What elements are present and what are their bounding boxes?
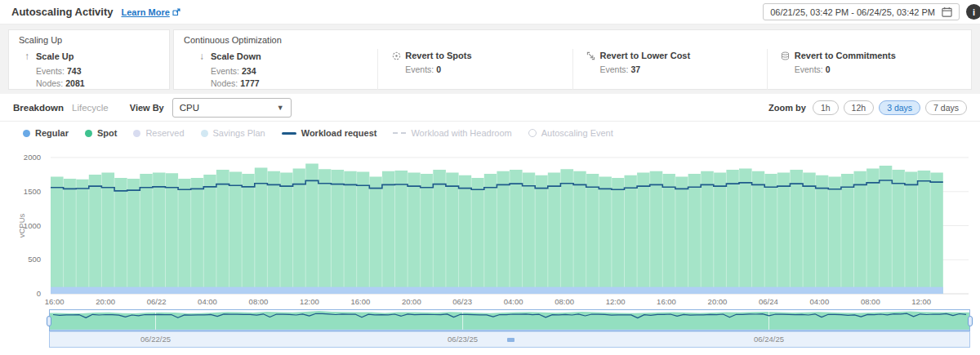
navigator-date-label: 06/22/25	[140, 335, 171, 344]
main-chart-svg[interactable]: 0500100015002000vCPUs16:0020:0006/2204:0…	[0, 148, 980, 308]
svg-text:0: 0	[37, 289, 41, 298]
svg-text:04:00: 04:00	[809, 297, 829, 306]
stat-item-header: Revert to Lower Cost	[586, 51, 767, 60]
legend-swatch	[393, 132, 406, 134]
brush-handle-left[interactable]	[47, 316, 51, 326]
legend-label: Workload request	[301, 128, 377, 138]
legend-swatch	[23, 130, 30, 137]
stats-group-title: Continuous Optimization	[184, 35, 961, 49]
zoom-option-3-days[interactable]: 3 days	[879, 100, 920, 115]
stat-metric: Events:0	[795, 64, 961, 76]
stat-item-header: Revert to Commitments	[781, 51, 961, 60]
stat-item-name: Scale Up	[36, 51, 74, 61]
svg-text:04:00: 04:00	[198, 297, 217, 306]
stat-metrics: Events:0	[795, 64, 961, 76]
zoom-option-12h[interactable]: 12h	[844, 100, 875, 115]
legend-item-spot[interactable]: Spot	[85, 128, 117, 138]
legend-label: Spot	[97, 128, 117, 138]
zoom-option-7-days[interactable]: 7 days	[925, 100, 967, 115]
stat-metrics: Events:234Nodes:1777	[211, 65, 377, 90]
svg-text:1500: 1500	[24, 187, 41, 196]
legend-swatch	[85, 130, 92, 137]
svg-text:08:00: 08:00	[555, 297, 574, 306]
navigator-date-label: 06/23/25	[448, 335, 478, 344]
arrow-up-icon: ↑	[22, 51, 32, 62]
legend-label: Workload with Headroom	[411, 128, 511, 138]
navigator-date-label: 06/24/25	[754, 335, 784, 344]
navigator-scroll-thumb[interactable]	[507, 338, 514, 342]
zoom-by-label: Zoom by	[768, 103, 806, 113]
legend-item-savings-plan[interactable]: Savings Plan	[201, 128, 265, 138]
main-chart[interactable]: 0500100015002000vCPUs16:0020:0006/2204:0…	[0, 148, 980, 308]
lower-cost-icon	[586, 51, 596, 60]
arrow-down-icon: ↓	[197, 51, 207, 62]
chart-legend: RegularSpotReservedSavings PlanWorkload …	[23, 128, 613, 138]
stat-metrics: Events:37	[600, 64, 767, 76]
legend-label: Savings Plan	[213, 128, 265, 138]
external-link-icon	[172, 8, 180, 16]
zoom-option-1h[interactable]: 1h	[813, 100, 839, 115]
navigator-svg[interactable]	[50, 310, 969, 331]
legend-item-workload-with-headroom[interactable]: Workload with Headroom	[393, 128, 511, 138]
stat-item-revert-to-commitments: Revert to CommitmentsEvents:0	[767, 49, 961, 90]
stat-metric: Events:37	[600, 64, 767, 76]
navigator-chart[interactable]	[49, 309, 970, 331]
legend-item-autoscaling-event[interactable]: Autoscaling Event	[528, 128, 613, 138]
stat-metric: Events:743	[36, 65, 85, 78]
stat-item-scale-up: ↑Scale UpEvents:743Nodes:2081	[19, 49, 85, 90]
stats-group-continuous-optimization: Continuous Optimization↓Scale DownEvents…	[173, 29, 972, 90]
chevron-down-icon: ▼	[277, 104, 284, 112]
breakdown-tabs: BreakdownLifecycle	[13, 103, 117, 113]
date-range-input[interactable]: 06/21/25, 03:42 PM - 06/24/25, 03:42 PM	[763, 3, 960, 20]
calendar-icon[interactable]	[942, 7, 952, 17]
svg-text:08:00: 08:00	[861, 297, 880, 306]
stat-metric: Events:0	[405, 64, 572, 76]
legend-item-workload-request[interactable]: Workload request	[282, 128, 377, 138]
legend-item-regular[interactable]: Regular	[23, 128, 69, 138]
svg-text:08:00: 08:00	[249, 297, 269, 306]
stat-item-revert-to-spots: Revert to SpotsEvents:0	[377, 49, 572, 90]
stat-item-name: Scale Down	[211, 51, 261, 61]
svg-text:500: 500	[28, 255, 41, 264]
view-by-label: View By	[130, 103, 164, 113]
stat-metric: Nodes:2081	[36, 78, 85, 90]
legend-swatch	[201, 130, 208, 137]
learn-more-label: Learn More	[121, 7, 169, 17]
tab-breakdown[interactable]: Breakdown	[13, 103, 64, 113]
navigator-date-band[interactable]: 06/22/2506/23/2506/24/25	[49, 331, 970, 348]
stat-metric: Nodes:1777	[211, 78, 377, 90]
stats-group-scaling-up: Scaling Up↑Scale UpEvents:743Nodes:2081	[8, 29, 170, 90]
commitments-icon	[781, 51, 791, 60]
svg-text:20:00: 20:00	[96, 297, 115, 306]
svg-text:06/24: 06/24	[759, 297, 778, 306]
stat-item-name: Revert to Lower Cost	[600, 51, 691, 60]
legend-swatch	[133, 130, 140, 137]
legend-swatch	[282, 132, 296, 135]
page-title: Autoscaling Activity	[11, 6, 113, 18]
svg-text:12:00: 12:00	[300, 297, 319, 306]
view-by-value: CPU	[180, 103, 199, 113]
svg-text:04:00: 04:00	[504, 297, 523, 306]
legend-item-reserved[interactable]: Reserved	[133, 128, 184, 138]
stats-items: ↑Scale UpEvents:743Nodes:2081	[19, 49, 159, 90]
stat-item-name: Revert to Commitments	[795, 51, 896, 60]
stat-item-revert-to-lower-cost: Revert to Lower CostEvents:37	[572, 49, 767, 90]
chart-controls: BreakdownLifecycle View By CPU ▼ Zoom by…	[0, 94, 980, 122]
time-navigator[interactable]: 06/22/2506/23/2506/24/25	[49, 309, 970, 348]
svg-text:20:00: 20:00	[402, 297, 421, 306]
stat-metrics: Events:0	[405, 64, 572, 76]
info-icon[interactable]: i	[966, 4, 980, 20]
brush-handle-right[interactable]	[968, 316, 973, 326]
learn-more-link[interactable]: Learn More	[121, 7, 180, 17]
svg-text:16:00: 16:00	[45, 297, 65, 306]
svg-text:2000: 2000	[24, 153, 41, 162]
tab-lifecycle[interactable]: Lifecycle	[72, 103, 109, 113]
legend-swatch	[528, 129, 537, 137]
stat-item-header: ↓Scale Down	[197, 51, 377, 62]
stat-metric: Events:234	[211, 65, 377, 78]
stat-metrics: Events:743Nodes:2081	[36, 65, 85, 90]
page-header: Autoscaling Activity Learn More 06/21/25…	[0, 0, 980, 24]
svg-text:16:00: 16:00	[351, 297, 371, 306]
view-by-select[interactable]: CPU ▼	[172, 98, 292, 118]
svg-text:12:00: 12:00	[911, 297, 931, 306]
